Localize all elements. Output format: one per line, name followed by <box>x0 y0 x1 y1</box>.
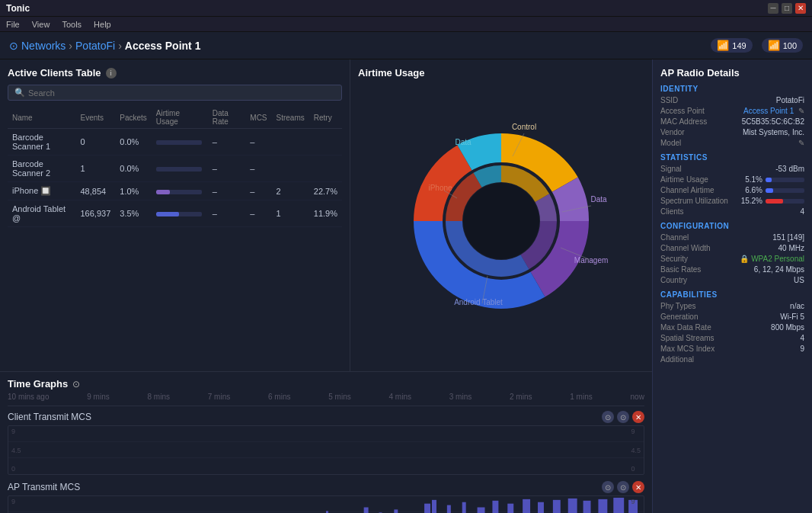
cell-datarate: – <box>208 156 246 182</box>
left-panel: Active Clients Table i 🔍 Name Events Pac… <box>0 59 652 513</box>
airtime-fill <box>766 178 772 182</box>
svg-rect-17 <box>462 502 466 513</box>
table-row[interactable]: iPhone 🔲48,8541.0% ––222.7% <box>8 182 342 200</box>
breadcrumb-networks[interactable]: Networks <box>21 40 66 52</box>
capabilities-label: CAPABILITIES <box>660 290 804 299</box>
breadcrumb-potatofi[interactable]: PotatoFi <box>75 40 115 52</box>
config-security: Security 🔒 WPA2 Personal <box>660 255 804 263</box>
chart1-y-bot-r: 0 <box>631 465 641 473</box>
chart2-btn-gray2[interactable]: ⊙ <box>617 481 629 493</box>
breadcrumb-sep1: › <box>69 40 72 52</box>
config-basic: Basic Rates 6, 12, 24 Mbps <box>660 265 804 274</box>
airtime-title: Airtime Usage <box>358 67 424 79</box>
time-graphs-dropdown[interactable]: ⊙ <box>72 379 80 390</box>
timeline-label: 1 mins <box>570 393 592 401</box>
cell-retry <box>309 156 342 182</box>
stat-clients: Clients 4 <box>660 207 804 216</box>
ssid-key: SSID <box>660 96 678 104</box>
chart2-btn-gray1[interactable]: ⊙ <box>602 481 614 493</box>
identity-ssid: SSID PotatoFi <box>660 96 804 104</box>
table-row[interactable]: Barcode Scanner 210.0% –– <box>8 156 342 182</box>
chart-section-2: AP Transmit MCS ⊙ ⊙ ✕ 9 4.5 0 9 <box>8 481 644 513</box>
clients-table: Name Events Packets Airtime Usage Data R… <box>8 107 342 227</box>
chart1-btn-close[interactable]: ✕ <box>632 411 644 423</box>
cell-retry <box>309 129 342 156</box>
timeline-label: 9 mins <box>87 393 109 401</box>
model-edit-icon[interactable]: ✎ <box>798 139 804 147</box>
clients-info-icon[interactable]: i <box>106 68 117 79</box>
chart1-y-bot: 0 <box>11 465 21 473</box>
statistics-label: STATISTICS <box>660 153 804 162</box>
mac-key: MAC Address <box>660 117 707 126</box>
channel-fill <box>766 188 773 193</box>
col-mcs: MCS <box>245 107 271 129</box>
breadcrumb-current: Access Point 1 <box>125 40 201 52</box>
label-data: Data <box>590 195 607 204</box>
config-security-val: 🔒 WPA2 Personal <box>691 255 804 263</box>
time-graphs-header: Time Graphs ⊙ <box>8 378 644 390</box>
cell-datarate: – <box>208 182 246 200</box>
ap-val[interactable]: Access Point 1 ✎ <box>708 107 804 115</box>
cell-streams: 1 <box>272 200 309 227</box>
config-label: CONFIGURATION <box>660 222 804 230</box>
ap-edit-icon[interactable]: ✎ <box>798 107 804 115</box>
menubar: File View Tools Help <box>0 17 812 32</box>
cell-packets: 1.0% <box>115 182 152 200</box>
chart1-btn-gray2[interactable]: ⊙ <box>617 411 629 423</box>
maximize-button[interactable]: □ <box>782 3 792 14</box>
menu-tools[interactable]: Tools <box>62 20 82 29</box>
titlebar: Tonic ─ □ ✕ <box>0 0 812 17</box>
cap-gen-key: Generation <box>660 313 698 321</box>
menu-view[interactable]: View <box>32 20 50 29</box>
search-bar: 🔍 <box>8 85 342 101</box>
donut-container: Control Data Management Android Tablet i… <box>395 79 608 364</box>
cell-name: Barcode Scanner 2 <box>8 156 76 182</box>
chart2-btn-close[interactable]: ✕ <box>632 481 644 493</box>
navbar: ⊙ Networks › PotatoFi › Access Point 1 📶… <box>0 32 812 59</box>
airtime-bar <box>766 178 804 182</box>
wifi-icon-1: 📶 <box>717 40 729 51</box>
identity-label: IDENTITY <box>660 85 804 93</box>
timeline-axis: 10 mins ago9 mins8 mins7 mins6 mins5 min… <box>8 393 644 406</box>
cap-phy-val: n/ac <box>699 302 804 310</box>
table-header-row: Name Events Packets Airtime Usage Data R… <box>8 107 342 129</box>
svg-rect-15 <box>432 500 436 513</box>
cell-retry: 11.9% <box>309 200 342 227</box>
timeline-label: 7 mins <box>208 393 230 401</box>
cell-packets: 3.5% <box>115 200 152 227</box>
cap-maxrate: Max Data Rate 800 Mbps <box>660 323 804 332</box>
close-button[interactable]: ✕ <box>795 3 806 14</box>
airtime-panel: Airtime Usage <box>350 59 652 372</box>
menu-file[interactable]: File <box>6 20 20 29</box>
channel-stat-val: 6.6% <box>732 186 762 194</box>
cap-mcs-key: Max MCS Index <box>660 345 714 353</box>
menu-help[interactable]: Help <box>94 20 111 29</box>
minimize-button[interactable]: ─ <box>768 3 778 14</box>
timeline-label: now <box>631 393 644 401</box>
col-packets: Packets <box>115 107 152 129</box>
table-row[interactable]: Android Tablet @166,9373.5% ––111.9% <box>8 200 342 227</box>
svg-rect-23 <box>553 500 561 513</box>
identity-mac: MAC Address 5C5B35:5C:6C:B2 <box>660 117 804 126</box>
donut-center <box>463 183 539 259</box>
chart2-title: AP Transmit MCS <box>8 482 80 492</box>
spectrum-stat-key: Spectrum Utilization <box>660 197 729 205</box>
cap-mcs: Max MCS Index 9 <box>660 345 804 353</box>
donut-chart: Control Data Management Android Tablet i… <box>395 114 608 328</box>
chart2-controls: ⊙ ⊙ ✕ <box>602 481 644 493</box>
cell-mcs: – <box>245 200 271 227</box>
config-basic-key: Basic Rates <box>660 265 701 274</box>
signal-key: Signal <box>660 165 682 173</box>
svg-rect-16 <box>447 505 451 513</box>
search-input[interactable] <box>28 88 335 98</box>
cell-airtime <box>152 129 208 156</box>
app-logo: Tonic <box>6 3 30 14</box>
config-country-val: US <box>690 276 804 284</box>
cell-packets: 0.0% <box>115 129 152 156</box>
clients-panel-title: Active Clients Table i <box>8 67 342 79</box>
chart1-y-top-r: 9 <box>631 428 641 435</box>
timeline-label: 8 mins <box>148 393 170 401</box>
timeline-label: 6 mins <box>268 393 290 401</box>
table-row[interactable]: Barcode Scanner 100.0% –– <box>8 129 342 156</box>
chart1-btn-gray1[interactable]: ⊙ <box>602 411 614 423</box>
